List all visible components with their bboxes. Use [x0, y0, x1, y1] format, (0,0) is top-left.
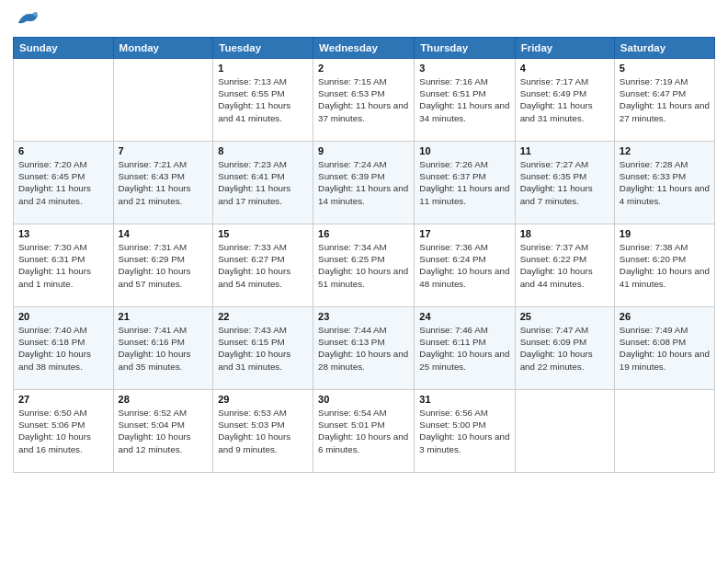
calendar-week-row: 20 Sunrise: 7:40 AMSunset: 6:18 PMDaylig…: [14, 307, 715, 390]
calendar-day-cell: 6 Sunrise: 7:20 AMSunset: 6:45 PMDayligh…: [14, 142, 114, 224]
day-detail: Sunrise: 6:54 AMSunset: 5:01 PMDaylight:…: [318, 408, 408, 454]
calendar-day-cell: 4 Sunrise: 7:17 AMSunset: 6:49 PMDayligh…: [515, 59, 614, 142]
weekday-header: Friday: [515, 38, 614, 59]
calendar-day-cell: 15 Sunrise: 7:33 AMSunset: 6:27 PMDaylig…: [213, 224, 313, 307]
calendar-day-cell: 25 Sunrise: 7:47 AMSunset: 6:09 PMDaylig…: [515, 307, 614, 390]
day-detail: Sunrise: 7:33 AMSunset: 6:27 PMDaylight:…: [218, 242, 290, 289]
day-detail: Sunrise: 7:26 AMSunset: 6:37 PMDaylight:…: [419, 159, 509, 206]
day-number: 30: [318, 394, 409, 405]
day-number: 4: [520, 63, 609, 74]
calendar-day-cell: 31 Sunrise: 6:56 AMSunset: 5:00 PMDaylig…: [415, 390, 515, 473]
page: SundayMondayTuesdayWednesdayThursdayFrid…: [0, 0, 728, 563]
day-detail: Sunrise: 7:19 AMSunset: 6:47 PMDaylight:…: [620, 76, 710, 123]
day-number: 19: [620, 228, 710, 239]
day-detail: Sunrise: 7:44 AMSunset: 6:13 PMDaylight:…: [318, 325, 408, 372]
weekday-header: Tuesday: [213, 38, 313, 59]
calendar-day-cell: 3 Sunrise: 7:16 AMSunset: 6:51 PMDayligh…: [415, 59, 515, 142]
day-number: 16: [318, 228, 409, 239]
calendar-day-cell: 17 Sunrise: 7:36 AMSunset: 6:24 PMDaylig…: [415, 224, 515, 307]
logo-bird-icon: [15, 6, 40, 31]
day-detail: Sunrise: 7:49 AMSunset: 6:08 PMDaylight:…: [620, 325, 710, 372]
day-detail: Sunrise: 7:40 AMSunset: 6:18 PMDaylight:…: [18, 325, 91, 372]
day-number: 28: [119, 394, 209, 405]
day-detail: Sunrise: 7:23 AMSunset: 6:41 PMDaylight:…: [218, 159, 290, 206]
calendar-day-cell: 16 Sunrise: 7:34 AMSunset: 6:25 PMDaylig…: [313, 224, 415, 307]
day-number: 1: [218, 63, 308, 74]
day-detail: Sunrise: 7:20 AMSunset: 6:45 PMDaylight:…: [18, 159, 91, 206]
weekday-header: Saturday: [614, 38, 714, 59]
day-number: 12: [620, 145, 710, 156]
calendar-day-cell: 21 Sunrise: 7:41 AMSunset: 6:16 PMDaylig…: [113, 307, 213, 390]
calendar-week-row: 13 Sunrise: 7:30 AMSunset: 6:31 PMDaylig…: [14, 224, 715, 307]
day-detail: Sunrise: 7:21 AMSunset: 6:43 PMDaylight:…: [119, 159, 191, 206]
day-detail: Sunrise: 7:27 AMSunset: 6:35 PMDaylight:…: [520, 159, 593, 206]
day-detail: Sunrise: 7:37 AMSunset: 6:22 PMDaylight:…: [520, 242, 593, 289]
day-number: 14: [119, 228, 209, 239]
calendar-day-cell: [14, 59, 114, 142]
calendar-day-cell: 27 Sunrise: 6:50 AMSunset: 5:06 PMDaylig…: [14, 390, 114, 473]
calendar-day-cell: 28 Sunrise: 6:52 AMSunset: 5:04 PMDaylig…: [113, 390, 213, 473]
calendar-day-cell: 8 Sunrise: 7:23 AMSunset: 6:41 PMDayligh…: [213, 142, 313, 224]
calendar-day-cell: 11 Sunrise: 7:27 AMSunset: 6:35 PMDaylig…: [515, 142, 614, 224]
calendar-day-cell: 2 Sunrise: 7:15 AMSunset: 6:53 PMDayligh…: [313, 59, 415, 142]
calendar-day-cell: 29 Sunrise: 6:53 AMSunset: 5:03 PMDaylig…: [213, 390, 313, 473]
calendar-day-cell: 10 Sunrise: 7:26 AMSunset: 6:37 PMDaylig…: [415, 142, 515, 224]
calendar-day-cell: 12 Sunrise: 7:28 AMSunset: 6:33 PMDaylig…: [614, 142, 714, 224]
day-number: 17: [419, 228, 509, 239]
day-detail: Sunrise: 6:53 AMSunset: 5:03 PMDaylight:…: [218, 408, 290, 454]
day-detail: Sunrise: 7:17 AMSunset: 6:49 PMDaylight:…: [520, 76, 593, 123]
weekday-header: Sunday: [14, 38, 114, 59]
day-number: 7: [119, 145, 209, 156]
calendar-day-cell: 19 Sunrise: 7:38 AMSunset: 6:20 PMDaylig…: [614, 224, 714, 307]
day-number: 15: [218, 228, 308, 239]
day-number: 6: [18, 145, 108, 156]
day-number: 31: [419, 394, 509, 405]
day-number: 10: [419, 145, 509, 156]
calendar-week-row: 27 Sunrise: 6:50 AMSunset: 5:06 PMDaylig…: [14, 390, 715, 473]
calendar-day-cell: 20 Sunrise: 7:40 AMSunset: 6:18 PMDaylig…: [14, 307, 114, 390]
calendar-day-cell: 18 Sunrise: 7:37 AMSunset: 6:22 PMDaylig…: [515, 224, 614, 307]
calendar-week-row: 1 Sunrise: 7:13 AMSunset: 6:55 PMDayligh…: [14, 59, 715, 142]
day-number: 27: [18, 394, 108, 405]
day-number: 8: [218, 145, 308, 156]
day-number: 9: [318, 145, 409, 156]
calendar-day-cell: 5 Sunrise: 7:19 AMSunset: 6:47 PMDayligh…: [614, 59, 714, 142]
day-number: 21: [119, 311, 209, 322]
calendar-day-cell: 22 Sunrise: 7:43 AMSunset: 6:15 PMDaylig…: [213, 307, 313, 390]
logo: [13, 9, 40, 31]
calendar-header-row: SundayMondayTuesdayWednesdayThursdayFrid…: [14, 38, 715, 59]
calendar-day-cell: 24 Sunrise: 7:46 AMSunset: 6:11 PMDaylig…: [415, 307, 515, 390]
day-detail: Sunrise: 7:43 AMSunset: 6:15 PMDaylight:…: [218, 325, 290, 372]
weekday-header: Thursday: [415, 38, 515, 59]
day-detail: Sunrise: 7:24 AMSunset: 6:39 PMDaylight:…: [318, 159, 408, 206]
calendar-day-cell: 7 Sunrise: 7:21 AMSunset: 6:43 PMDayligh…: [113, 142, 213, 224]
day-detail: Sunrise: 7:34 AMSunset: 6:25 PMDaylight:…: [318, 242, 408, 289]
calendar-day-cell: 1 Sunrise: 7:13 AMSunset: 6:55 PMDayligh…: [213, 59, 313, 142]
weekday-header: Monday: [113, 38, 213, 59]
day-number: 23: [318, 311, 409, 322]
calendar-day-cell: 30 Sunrise: 6:54 AMSunset: 5:01 PMDaylig…: [313, 390, 415, 473]
day-detail: Sunrise: 7:15 AMSunset: 6:53 PMDaylight:…: [318, 76, 408, 123]
day-number: 26: [620, 311, 710, 322]
day-number: 2: [318, 63, 409, 74]
calendar-day-cell: 14 Sunrise: 7:31 AMSunset: 6:29 PMDaylig…: [113, 224, 213, 307]
day-detail: Sunrise: 6:56 AMSunset: 5:00 PMDaylight:…: [419, 408, 509, 454]
weekday-header: Wednesday: [313, 38, 415, 59]
day-detail: Sunrise: 7:31 AMSunset: 6:29 PMDaylight:…: [119, 242, 191, 289]
day-detail: Sunrise: 7:16 AMSunset: 6:51 PMDaylight:…: [419, 76, 509, 123]
day-number: 24: [419, 311, 509, 322]
day-detail: Sunrise: 7:30 AMSunset: 6:31 PMDaylight:…: [18, 242, 91, 289]
header: [13, 9, 715, 31]
day-number: 13: [18, 228, 108, 239]
day-detail: Sunrise: 6:52 AMSunset: 5:04 PMDaylight:…: [119, 408, 191, 454]
day-number: 5: [620, 63, 710, 74]
day-number: 3: [419, 63, 509, 74]
day-detail: Sunrise: 7:46 AMSunset: 6:11 PMDaylight:…: [419, 325, 509, 372]
day-number: 22: [218, 311, 308, 322]
calendar-day-cell: 13 Sunrise: 7:30 AMSunset: 6:31 PMDaylig…: [14, 224, 114, 307]
calendar-day-cell: [515, 390, 614, 473]
day-number: 18: [520, 228, 609, 239]
calendar-day-cell: [113, 59, 213, 142]
day-detail: Sunrise: 7:38 AMSunset: 6:20 PMDaylight:…: [620, 242, 710, 289]
calendar-day-cell: [614, 390, 714, 473]
